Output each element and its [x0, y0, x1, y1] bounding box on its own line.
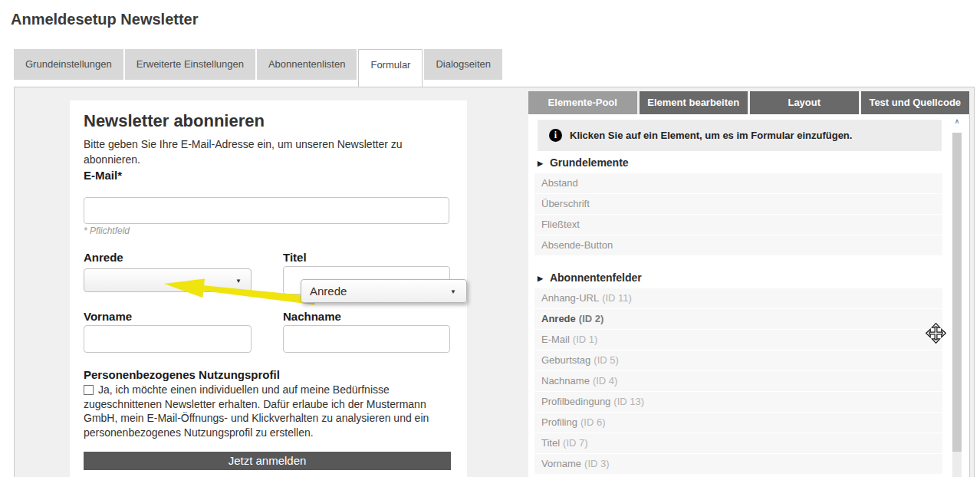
dragged-anrede-label: Anrede: [310, 285, 347, 298]
section-grundelemente[interactable]: ▶Grundelemente: [534, 151, 942, 173]
required-note: * Pflichtfeld: [84, 225, 130, 236]
page-title: Anmeldesetup Newsletter: [11, 11, 199, 28]
tab-test-und-quellcode[interactable]: Test und Quellcode: [861, 91, 970, 114]
consent-text: Ja, ich möchte einen individuellen und a…: [84, 383, 429, 439]
info-banner-text: Klicken Sie auf ein Element, um es im Fo…: [570, 130, 852, 141]
pool-item-geburtstag[interactable]: Geburtstag(ID 5): [534, 350, 942, 370]
chevron-down-icon: ▼: [450, 280, 456, 302]
profile-heading: Personenbezogenes Nutzungsprofil: [84, 368, 280, 381]
anrede-label: Anrede: [84, 251, 123, 264]
scrollbar-track[interactable]: [952, 452, 962, 477]
consent-checkbox[interactable]: [84, 385, 94, 395]
move-cursor-icon: [926, 323, 946, 344]
pool-item-nachname[interactable]: Nachname(ID 4): [534, 371, 942, 391]
vorname-label: Vorname: [84, 310, 132, 323]
section-arrow-icon: ▶: [538, 160, 543, 167]
element-pool-list: ▶Grundelemente Abstand Überschrift Fließ…: [534, 151, 942, 475]
scrollbar-thumb[interactable]: [952, 133, 962, 452]
pool-item-abstand[interactable]: Abstand: [534, 173, 942, 193]
email-field[interactable]: [84, 197, 449, 224]
dragged-anrede-element[interactable]: Anrede ▼: [301, 279, 467, 303]
consent-block: Ja, ich möchte einen individuellen und a…: [84, 383, 449, 439]
elemente-pool-panel: i Klicken Sie auf ein Element, um es im …: [528, 114, 970, 477]
nachname-label: Nachname: [283, 310, 341, 323]
nachname-field[interactable]: [283, 325, 450, 353]
tab-formular[interactable]: Formular: [358, 49, 423, 87]
pool-item-vorname[interactable]: Vorname(ID 3): [534, 454, 942, 474]
tab-erweiterte-einstellungen[interactable]: Erweiterte Einstellungen: [125, 49, 255, 80]
pool-item-profilbedingung[interactable]: Profilbedingung(ID 13): [534, 392, 942, 412]
main-tab-strip: Grundeinstellungen Erweiterte Einstellun…: [14, 49, 502, 87]
form-intro-text: Bitte geben Sie Ihre E-Mail-Adresse ein,…: [84, 137, 442, 168]
tab-abonnentenlisten[interactable]: Abonnentenlisten: [257, 49, 357, 80]
info-icon: i: [549, 129, 562, 142]
pool-item-ueberschrift[interactable]: Überschrift: [534, 194, 942, 214]
pool-item-e-mail[interactable]: E-Mail(ID 1): [534, 330, 942, 350]
formular-workspace: Newsletter abonnieren Bitte geben Sie Ih…: [14, 87, 975, 477]
form-heading: Newsletter abonnieren: [84, 111, 265, 131]
tab-elemente-pool[interactable]: Elemente-Pool: [528, 91, 637, 114]
pool-item-fliesstext[interactable]: Fließtext: [534, 215, 942, 235]
pool-item-profiling[interactable]: Profiling(ID 6): [534, 413, 942, 433]
section-arrow-icon: ▶: [538, 275, 543, 282]
panel-scrollbar: ∧: [952, 114, 962, 477]
email-label: E-Mail*: [84, 169, 122, 182]
submit-button[interactable]: Jetzt anmelden: [84, 452, 451, 470]
scroll-up-arrow-icon[interactable]: ∧: [952, 114, 962, 130]
form-preview-card: Newsletter abonnieren Bitte geben Sie Ih…: [70, 100, 467, 477]
tab-dialogseiten[interactable]: Dialogseiten: [424, 49, 502, 80]
pool-item-anhang-url[interactable]: Anhang-URL(ID 11): [534, 288, 942, 308]
tab-element-bearbeiten[interactable]: Element bearbeiten: [640, 91, 748, 114]
editor-tab-strip: Elemente-Pool Element bearbeiten Layout …: [528, 91, 969, 114]
section-abonnentenfelder[interactable]: ▶Abonnentenfelder: [534, 266, 942, 288]
info-banner: i Klicken Sie auf ein Element, um es im …: [538, 120, 942, 151]
vorname-field[interactable]: [84, 325, 252, 353]
tab-layout[interactable]: Layout: [750, 91, 859, 114]
tab-grundeinstellungen[interactable]: Grundeinstellungen: [14, 49, 123, 80]
pool-item-absende-button[interactable]: Absende-Button: [534, 235, 942, 255]
titel-label: Titel: [283, 251, 307, 264]
pool-item-anrede[interactable]: Anrede(ID 2): [534, 309, 942, 329]
pool-item-titel[interactable]: Titel(ID 7): [534, 433, 942, 453]
